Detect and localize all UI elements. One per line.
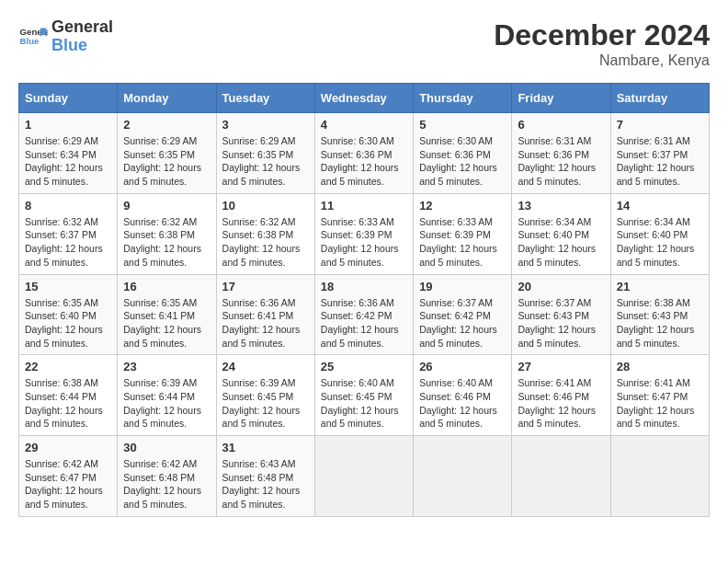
- logo-icon: General Blue: [18, 22, 48, 52]
- calendar-cell: 31Sunrise: 6:43 AMSunset: 6:48 PMDayligh…: [216, 436, 314, 517]
- month-title: December 2024: [494, 18, 710, 52]
- day-info: Sunrise: 6:30 AMSunset: 6:36 PMDaylight:…: [321, 134, 407, 189]
- day-number: 4: [321, 118, 407, 132]
- day-number: 17: [222, 280, 309, 293]
- week-row-2: 8Sunrise: 6:32 AMSunset: 6:37 PMDaylight…: [19, 193, 710, 274]
- calendar-cell: 11Sunrise: 6:33 AMSunset: 6:39 PMDayligh…: [314, 193, 413, 274]
- day-number: 22: [25, 360, 111, 373]
- day-number: 18: [321, 280, 407, 293]
- day-info: Sunrise: 6:29 AMSunset: 6:35 PMDaylight:…: [222, 134, 309, 189]
- day-info: Sunrise: 6:32 AMSunset: 6:37 PMDaylight:…: [25, 215, 111, 270]
- day-info: Sunrise: 6:41 AMSunset: 6:46 PMDaylight:…: [518, 376, 604, 431]
- calendar-cell: 16Sunrise: 6:35 AMSunset: 6:41 PMDayligh…: [118, 274, 216, 355]
- day-number: 25: [321, 360, 407, 373]
- calendar-cell: 27Sunrise: 6:41 AMSunset: 6:46 PMDayligh…: [512, 355, 610, 436]
- calendar-cell: 24Sunrise: 6:39 AMSunset: 6:45 PMDayligh…: [216, 355, 314, 436]
- day-info: Sunrise: 6:29 AMSunset: 6:34 PMDaylight:…: [25, 134, 111, 189]
- day-number: 8: [25, 199, 111, 213]
- calendar-cell: 25Sunrise: 6:40 AMSunset: 6:45 PMDayligh…: [314, 355, 413, 436]
- calendar-cell: 26Sunrise: 6:40 AMSunset: 6:46 PMDayligh…: [414, 355, 512, 436]
- header-friday: Friday: [512, 84, 610, 113]
- calendar-cell: 18Sunrise: 6:36 AMSunset: 6:42 PMDayligh…: [314, 274, 413, 355]
- logo: General Blue General Blue: [18, 18, 113, 55]
- calendar-cell: 23Sunrise: 6:39 AMSunset: 6:44 PMDayligh…: [118, 355, 216, 436]
- calendar-cell: 20Sunrise: 6:37 AMSunset: 6:43 PMDayligh…: [512, 274, 610, 355]
- day-info: Sunrise: 6:37 AMSunset: 6:43 PMDaylight:…: [518, 296, 604, 350]
- calendar-cell: 3Sunrise: 6:29 AMSunset: 6:35 PMDaylight…: [216, 113, 314, 194]
- calendar-cell: 4Sunrise: 6:30 AMSunset: 6:36 PMDaylight…: [314, 113, 413, 194]
- day-info: Sunrise: 6:43 AMSunset: 6:48 PMDaylight:…: [222, 457, 309, 511]
- week-row-4: 22Sunrise: 6:38 AMSunset: 6:44 PMDayligh…: [19, 355, 710, 436]
- calendar-cell: 19Sunrise: 6:37 AMSunset: 6:42 PMDayligh…: [414, 274, 512, 355]
- day-info: Sunrise: 6:35 AMSunset: 6:41 PMDaylight:…: [123, 296, 210, 350]
- day-number: 15: [25, 280, 111, 293]
- day-info: Sunrise: 6:39 AMSunset: 6:44 PMDaylight:…: [123, 376, 210, 431]
- day-number: 24: [222, 360, 309, 373]
- day-number: 7: [617, 118, 703, 132]
- day-info: Sunrise: 6:38 AMSunset: 6:43 PMDaylight:…: [617, 296, 703, 350]
- day-info: Sunrise: 6:30 AMSunset: 6:36 PMDaylight:…: [419, 134, 506, 189]
- day-info: Sunrise: 6:41 AMSunset: 6:47 PMDaylight:…: [617, 376, 703, 431]
- header-wednesday: Wednesday: [314, 84, 413, 113]
- calendar-cell: 6Sunrise: 6:31 AMSunset: 6:36 PMDaylight…: [512, 113, 610, 194]
- calendar-cell: 13Sunrise: 6:34 AMSunset: 6:40 PMDayligh…: [512, 193, 610, 274]
- day-info: Sunrise: 6:42 AMSunset: 6:48 PMDaylight:…: [123, 457, 210, 511]
- svg-text:Blue: Blue: [20, 36, 40, 46]
- day-info: Sunrise: 6:36 AMSunset: 6:41 PMDaylight:…: [222, 296, 309, 350]
- calendar-cell: 12Sunrise: 6:33 AMSunset: 6:39 PMDayligh…: [414, 193, 512, 274]
- header-saturday: Saturday: [610, 84, 709, 113]
- calendar-cell: [314, 436, 413, 517]
- day-info: Sunrise: 6:40 AMSunset: 6:46 PMDaylight:…: [419, 376, 506, 431]
- calendar-cell: [610, 436, 709, 517]
- day-number: 27: [518, 360, 604, 373]
- day-number: 3: [222, 118, 309, 132]
- day-number: 10: [222, 199, 309, 213]
- week-row-5: 29Sunrise: 6:42 AMSunset: 6:47 PMDayligh…: [19, 436, 710, 517]
- day-number: 28: [617, 360, 703, 373]
- day-number: 21: [617, 280, 703, 293]
- day-info: Sunrise: 6:35 AMSunset: 6:40 PMDaylight:…: [25, 296, 111, 350]
- day-number: 29: [25, 441, 111, 454]
- calendar-cell: 21Sunrise: 6:38 AMSunset: 6:43 PMDayligh…: [610, 274, 709, 355]
- day-number: 31: [222, 441, 309, 454]
- calendar-cell: 17Sunrise: 6:36 AMSunset: 6:41 PMDayligh…: [216, 274, 314, 355]
- calendar-cell: 28Sunrise: 6:41 AMSunset: 6:47 PMDayligh…: [610, 355, 709, 436]
- logo-text: General Blue: [51, 18, 113, 55]
- calendar-table: Sunday Monday Tuesday Wednesday Thursday…: [18, 83, 710, 517]
- day-info: Sunrise: 6:36 AMSunset: 6:42 PMDaylight:…: [321, 296, 407, 350]
- day-info: Sunrise: 6:33 AMSunset: 6:39 PMDaylight:…: [321, 215, 407, 270]
- calendar-cell: [512, 436, 610, 517]
- day-info: Sunrise: 6:32 AMSunset: 6:38 PMDaylight:…: [222, 215, 309, 270]
- day-number: 30: [123, 441, 210, 454]
- day-info: Sunrise: 6:34 AMSunset: 6:40 PMDaylight:…: [518, 215, 604, 270]
- day-info: Sunrise: 6:34 AMSunset: 6:40 PMDaylight:…: [617, 215, 703, 270]
- calendar-cell: 1Sunrise: 6:29 AMSunset: 6:34 PMDaylight…: [19, 113, 118, 194]
- calendar-cell: 7Sunrise: 6:31 AMSunset: 6:37 PMDaylight…: [610, 113, 709, 194]
- day-number: 11: [321, 199, 407, 213]
- calendar-cell: 14Sunrise: 6:34 AMSunset: 6:40 PMDayligh…: [610, 193, 709, 274]
- day-number: 1: [25, 118, 111, 132]
- header-sunday: Sunday: [19, 84, 118, 113]
- day-number: 20: [518, 280, 604, 293]
- calendar-header-row: Sunday Monday Tuesday Wednesday Thursday…: [19, 84, 710, 113]
- location: Nambare, Kenya: [494, 52, 710, 69]
- calendar-cell: [414, 436, 512, 517]
- calendar-cell: 22Sunrise: 6:38 AMSunset: 6:44 PMDayligh…: [19, 355, 118, 436]
- day-info: Sunrise: 6:33 AMSunset: 6:39 PMDaylight:…: [419, 215, 506, 270]
- day-info: Sunrise: 6:32 AMSunset: 6:38 PMDaylight:…: [123, 215, 210, 270]
- day-number: 16: [123, 280, 210, 293]
- day-number: 9: [123, 199, 210, 213]
- day-number: 23: [123, 360, 210, 373]
- title-area: December 2024 Nambare, Kenya: [494, 18, 710, 69]
- calendar-cell: 9Sunrise: 6:32 AMSunset: 6:38 PMDaylight…: [118, 193, 216, 274]
- day-info: Sunrise: 6:31 AMSunset: 6:37 PMDaylight:…: [617, 134, 703, 189]
- day-number: 26: [419, 360, 506, 373]
- header-thursday: Thursday: [414, 84, 512, 113]
- day-number: 19: [419, 280, 506, 293]
- day-number: 14: [617, 199, 703, 213]
- day-info: Sunrise: 6:38 AMSunset: 6:44 PMDaylight:…: [25, 376, 111, 431]
- day-number: 12: [419, 199, 506, 213]
- day-info: Sunrise: 6:29 AMSunset: 6:35 PMDaylight:…: [123, 134, 210, 189]
- day-info: Sunrise: 6:42 AMSunset: 6:47 PMDaylight:…: [25, 457, 111, 511]
- day-info: Sunrise: 6:40 AMSunset: 6:45 PMDaylight:…: [321, 376, 407, 431]
